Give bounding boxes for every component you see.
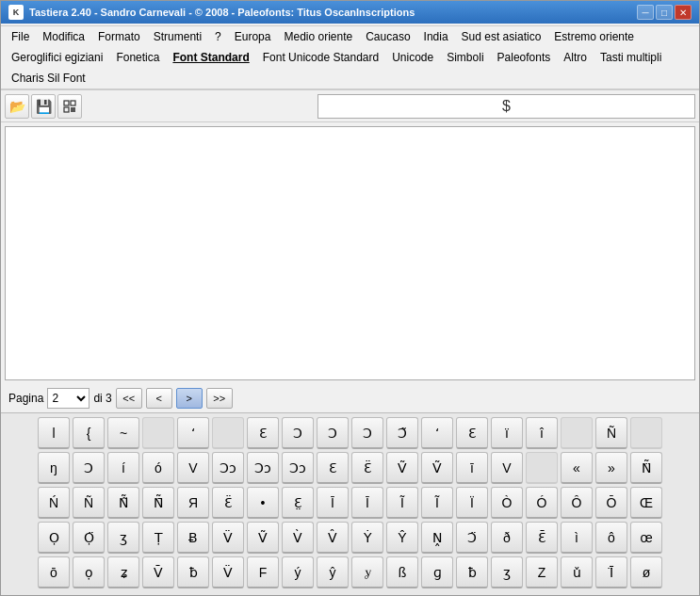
key-2-10[interactable]: Ĩ <box>386 487 418 519</box>
menu-font-standard[interactable]: Font Standard <box>166 48 255 67</box>
key-4-7[interactable]: ý <box>282 556 314 588</box>
key-0-4[interactable]: ʻ <box>177 417 209 449</box>
key-1-16[interactable]: » <box>595 452 627 484</box>
key-2-11[interactable]: Ĩ <box>421 487 453 519</box>
key-3-9[interactable]: Ẏ <box>351 522 383 554</box>
key-0-2[interactable]: ~ <box>107 417 139 449</box>
menu-paleofonts[interactable]: Paleofonts <box>491 48 558 67</box>
key-0-9[interactable]: Ↄ <box>351 417 383 449</box>
key-0-14[interactable]: î <box>526 417 558 449</box>
key-4-9[interactable]: ỿ <box>351 556 383 588</box>
key-4-2[interactable]: ʑ <box>107 556 139 588</box>
key-0-10[interactable]: Ↄ̃ <box>386 417 418 449</box>
close-button[interactable]: ✕ <box>675 5 692 20</box>
key-2-3[interactable]: Ñ̄ <box>142 487 174 519</box>
key-3-17[interactable]: œ <box>630 522 662 554</box>
key-3-7[interactable]: V̀ <box>282 522 314 554</box>
key-4-17[interactable]: ø <box>630 556 662 588</box>
key-4-14[interactable]: Z <box>526 556 558 588</box>
menu-formato[interactable]: Formato <box>91 27 147 46</box>
menu-fonetica[interactable]: Fonetica <box>109 48 166 67</box>
key-2-2[interactable]: Ñ̃ <box>107 487 139 519</box>
key-1-10[interactable]: Ṽ <box>386 452 418 484</box>
key-2-1[interactable]: Ñ <box>73 487 105 519</box>
key-2-17[interactable]: Œ <box>630 487 662 519</box>
key-1-2[interactable]: í <box>107 452 139 484</box>
key-1-17[interactable]: Ñ̈ <box>630 452 662 484</box>
menu-sud-est-asiatico[interactable]: Sud est asiatico <box>455 27 548 46</box>
key-4-1[interactable]: ọ <box>73 556 105 588</box>
key-3-0[interactable]: Ọ <box>38 522 70 554</box>
key-1-11[interactable]: Ṽ <box>421 452 453 484</box>
key-4-16[interactable]: Ī̈ <box>595 556 627 588</box>
key-2-0[interactable]: Ń <box>38 487 70 519</box>
key-0-8[interactable]: Ↄ <box>317 417 349 449</box>
menu-geroglifici[interactable]: Geroglifici egiziani <box>5 48 109 67</box>
key-1-12[interactable]: ī <box>456 452 488 484</box>
key-2-15[interactable]: Ô <box>561 487 593 519</box>
key-3-5[interactable]: V̈ <box>212 522 244 554</box>
key-1-13[interactable]: V <box>491 452 523 484</box>
key-0-1[interactable]: { <box>73 417 105 449</box>
key-3-1[interactable]: Ọ̈ <box>73 522 105 554</box>
key-4-8[interactable]: ŷ <box>317 556 349 588</box>
key-4-11[interactable]: ɡ <box>421 556 453 588</box>
key-2-13[interactable]: Ò <box>491 487 523 519</box>
key-1-15[interactable]: « <box>561 452 593 484</box>
menu-strumenti[interactable]: Strumenti <box>147 27 208 46</box>
menu-file[interactable]: File <box>5 27 36 46</box>
key-2-9[interactable]: Ī <box>351 487 383 519</box>
key-3-13[interactable]: ð <box>491 522 523 554</box>
key-3-14[interactable]: Ɛ̄ <box>526 522 558 554</box>
open-button[interactable]: 📂 <box>5 94 29 119</box>
key-1-6[interactable]: Ↄↄ <box>247 452 279 484</box>
key-4-6[interactable]: F <box>247 556 279 588</box>
key-0-13[interactable]: ï <box>491 417 523 449</box>
menu-charis-sil[interactable]: Charis Sil Font <box>5 69 92 88</box>
menu-caucaso[interactable]: Caucaso <box>359 27 416 46</box>
key-2-7[interactable]: Ɛ̤ <box>282 487 314 519</box>
key-1-7[interactable]: Ↄↄ <box>282 452 314 484</box>
key-0-16[interactable]: Ñ <box>595 417 627 449</box>
menu-medio-oriente[interactable]: Medio oriente <box>277 27 359 46</box>
save-button[interactable]: 💾 <box>31 94 56 119</box>
menu-modifica[interactable]: Modifica <box>36 27 91 46</box>
key-3-4[interactable]: Ƀ <box>177 522 209 554</box>
minimize-button[interactable]: ─ <box>637 5 654 20</box>
menu-help[interactable]: ? <box>208 27 228 46</box>
key-4-12[interactable]: ƀ <box>456 556 488 588</box>
next-page-button[interactable]: > <box>176 388 203 409</box>
menu-simboli[interactable]: Simboli <box>440 48 490 67</box>
key-3-8[interactable]: V̂ <box>317 522 349 554</box>
key-1-3[interactable]: ó <box>142 452 174 484</box>
key-1-5[interactable]: Ↄↄ <box>212 452 244 484</box>
key-1-4[interactable]: V <box>177 452 209 484</box>
key-0-6[interactable]: Ɛ <box>247 417 279 449</box>
key-3-15[interactable]: ì <box>561 522 593 554</box>
key-3-3[interactable]: Ṭ <box>142 522 174 554</box>
key-2-14[interactable]: Ó <box>526 487 558 519</box>
key-1-0[interactable]: ŋ <box>38 452 70 484</box>
menu-india[interactable]: India <box>417 27 455 46</box>
key-2-16[interactable]: Ō <box>595 487 627 519</box>
menu-font-unicode[interactable]: Font Unicode Standard <box>256 48 385 67</box>
prev-page-button[interactable]: < <box>146 388 172 409</box>
key-0-11[interactable]: ʻ <box>421 417 453 449</box>
text-display[interactable] <box>5 126 695 380</box>
key-4-13[interactable]: ʒ <box>491 556 523 588</box>
key-2-4[interactable]: Я <box>177 487 209 519</box>
key-4-3[interactable]: V̄ <box>142 556 174 588</box>
key-3-16[interactable]: ô <box>595 522 627 554</box>
key-2-12[interactable]: Ï <box>456 487 488 519</box>
key-3-12[interactable]: Ↄ̈ <box>456 522 488 554</box>
key-4-4[interactable]: ƀ <box>177 556 209 588</box>
key-4-0[interactable]: ō <box>38 556 70 588</box>
menu-estremo-oriente[interactable]: Estremo oriente <box>547 27 641 46</box>
key-0-0[interactable]: l <box>38 417 70 449</box>
key-4-5[interactable]: V̈ <box>212 556 244 588</box>
settings-button[interactable] <box>57 94 82 119</box>
key-2-8[interactable]: Ī <box>317 487 349 519</box>
menu-europa[interactable]: Europa <box>228 27 278 46</box>
key-3-11[interactable]: Ṋ <box>421 522 453 554</box>
key-1-8[interactable]: Ɛ <box>317 452 349 484</box>
